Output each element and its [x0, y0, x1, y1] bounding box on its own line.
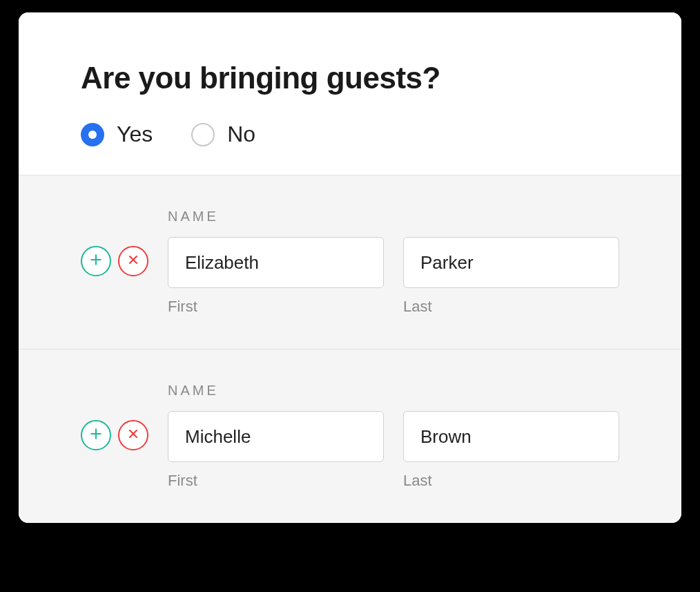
remove-guest-button[interactable]: [118, 420, 148, 450]
guests-section: NAME First Last: [19, 175, 681, 523]
guest-row: NAME First Last: [19, 350, 681, 523]
form-header: Are you bringing guests? Yes No: [19, 12, 681, 175]
last-name-label: Last: [403, 472, 619, 490]
row-actions: [81, 209, 148, 276]
first-name-input[interactable]: [168, 411, 384, 462]
last-name-input[interactable]: [403, 411, 619, 462]
name-fields: NAME First Last: [168, 383, 619, 490]
close-icon: [126, 253, 140, 269]
first-name-input[interactable]: [168, 237, 384, 288]
radio-selected-icon: [81, 123, 104, 146]
close-icon: [126, 427, 140, 443]
add-guest-button[interactable]: [81, 420, 111, 450]
name-group-label: NAME: [168, 383, 619, 399]
first-name-label: First: [168, 472, 384, 490]
radio-label-no: No: [227, 122, 255, 147]
last-name-label: Last: [403, 298, 619, 316]
radio-unselected-icon: [191, 123, 215, 146]
plus-icon: [89, 427, 103, 443]
name-fields: NAME First Last: [168, 209, 619, 316]
radio-option-yes[interactable]: Yes: [81, 122, 153, 147]
add-guest-button[interactable]: [81, 246, 111, 276]
question-title: Are you bringing guests?: [81, 61, 619, 95]
plus-icon: [89, 253, 103, 269]
remove-guest-button[interactable]: [118, 246, 148, 276]
radio-group: Yes No: [81, 122, 619, 147]
radio-label-yes: Yes: [117, 122, 153, 147]
first-name-label: First: [168, 298, 384, 316]
radio-option-no[interactable]: No: [191, 122, 255, 147]
guest-row: NAME First Last: [19, 175, 681, 350]
form-card: Are you bringing guests? Yes No: [19, 12, 681, 523]
last-name-input[interactable]: [403, 237, 619, 288]
name-group-label: NAME: [168, 209, 619, 225]
row-actions: [81, 383, 148, 450]
